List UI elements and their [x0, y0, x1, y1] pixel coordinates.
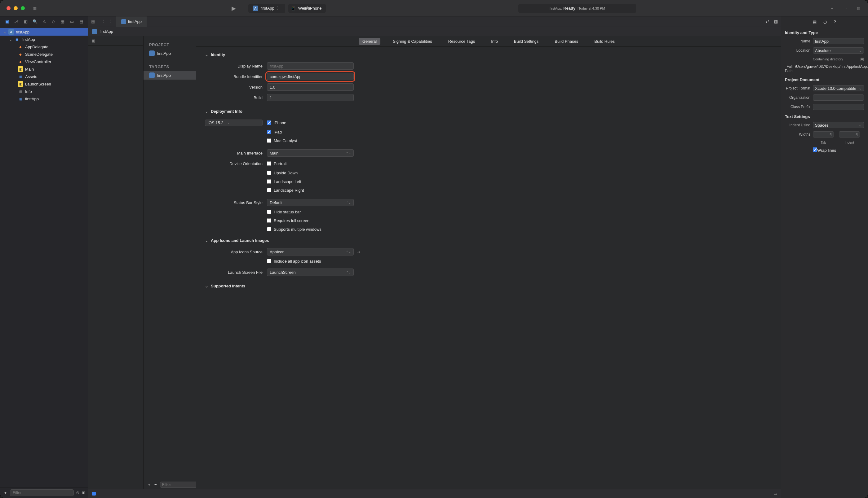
device-selector[interactable]: 📱 Wei的iPhone — [288, 4, 326, 13]
file-launchscreen[interactable]: ◧LaunchScreen — [0, 80, 88, 88]
disclosure-icon[interactable]: ⌄ — [205, 284, 208, 288]
project-format-select[interactable]: Xcode 13.0-compatible — [813, 85, 864, 91]
reveal-icon[interactable]: ▣ — [860, 57, 864, 61]
indent-width-stepper[interactable]: 4 — [839, 131, 860, 137]
tab-signing[interactable]: Signing & Capabilities — [389, 38, 436, 45]
tab-build-settings[interactable]: Build Settings — [510, 38, 542, 45]
related-items-icon[interactable]: ▦ — [88, 19, 98, 24]
main-interface-select[interactable]: Main — [267, 149, 354, 157]
file-scenedelegate[interactable]: ◆SceneDelegate — [0, 51, 88, 58]
outline-icon[interactable]: ▣ — [82, 490, 85, 495]
disclosure-icon[interactable]: ⌄ — [9, 37, 12, 42]
name-field[interactable]: firstApp — [813, 38, 864, 44]
organization-field[interactable] — [813, 94, 864, 101]
display-name-input[interactable]: firstApp — [267, 62, 354, 70]
version-input[interactable]: 1.0 — [267, 83, 354, 91]
main-interface-label: Main Interface — [205, 151, 267, 156]
scheme-selector[interactable]: A firstApp 〉 — [248, 4, 285, 13]
toggle-navigator-icon[interactable]: ▥ — [30, 4, 39, 13]
ipad-checkbox[interactable] — [267, 130, 271, 134]
back-button[interactable]: 〈 — [98, 19, 107, 25]
navigate-icon[interactable]: ➜ — [357, 250, 360, 254]
tab-info[interactable]: Info — [487, 38, 501, 45]
outline-toggle[interactable]: ▣ — [88, 36, 143, 45]
entitlements-icon: ▦ — [18, 96, 23, 102]
active-tab[interactable]: firstApp — [116, 16, 146, 27]
tab-resource-tags[interactable]: Resource Tags — [445, 38, 478, 45]
debug-icon[interactable]: ▦ — [60, 19, 65, 24]
assistant-icon[interactable]: ⇄ — [766, 19, 769, 24]
landscape-left-checkbox[interactable] — [267, 179, 271, 184]
file-appdelegate[interactable]: ◆AppDelegate — [0, 43, 88, 51]
minimize-window-button[interactable] — [14, 6, 18, 10]
display-name-label: Display Name — [205, 64, 267, 68]
file-assets[interactable]: ▦Assets — [0, 73, 88, 80]
breakpoint-icon[interactable]: ▭ — [69, 19, 74, 24]
folder-icon[interactable]: ▣ — [5, 19, 10, 24]
full-screen-checkbox[interactable] — [267, 218, 271, 223]
app-icons-source-select[interactable]: AppIcon — [267, 248, 354, 255]
symbol-icon[interactable]: ◧ — [23, 19, 28, 24]
toggle-debug-area-icon[interactable]: ▭ — [774, 491, 777, 496]
report-icon[interactable]: ▤ — [79, 19, 84, 24]
adjust-editor-icon[interactable]: ▥ — [774, 19, 778, 24]
wrap-lines-checkbox[interactable] — [813, 147, 817, 152]
add-button[interactable]: ＋ — [829, 5, 836, 12]
tab-build-phases[interactable]: Build Phases — [551, 38, 582, 45]
status-bar-select[interactable]: Default — [267, 199, 354, 206]
multi-windows-checkbox[interactable] — [267, 227, 271, 231]
launch-screen-select[interactable]: LaunchScreen — [267, 268, 354, 276]
iphone-checkbox[interactable] — [267, 120, 271, 125]
portrait-checkbox[interactable] — [267, 161, 271, 166]
history-inspector-icon[interactable]: ◷ — [824, 19, 827, 24]
ios-version-dropdown[interactable]: iOS 15.2 — [205, 120, 263, 126]
clock-icon[interactable]: ◷ — [76, 490, 79, 495]
mac-checkbox[interactable] — [267, 139, 271, 143]
add-target-button[interactable]: ＋ — [147, 482, 151, 487]
close-window-button[interactable] — [7, 6, 11, 10]
disclosure-icon[interactable]: ⌄ — [205, 109, 208, 114]
filter-input[interactable] — [10, 489, 74, 496]
remove-target-button[interactable]: − — [154, 482, 157, 487]
file-viewcontroller[interactable]: ◆ViewController — [0, 58, 88, 65]
file-label: SceneDelegate — [25, 52, 53, 57]
file-inspector-icon[interactable]: ▤ — [813, 19, 817, 24]
indent-using-select[interactable]: Spaces — [813, 122, 864, 128]
disclosure-icon[interactable]: ⌄ — [205, 238, 208, 243]
add-file-button[interactable]: ＋ — [3, 490, 8, 496]
debug-bar: ▭ — [88, 489, 781, 498]
tab-build-rules[interactable]: Build Rules — [590, 38, 618, 45]
zoom-window-button[interactable] — [21, 6, 25, 10]
test-icon[interactable]: ◇ — [51, 19, 56, 24]
disclosure-icon[interactable]: ⌄ — [3, 30, 7, 35]
class-prefix-field[interactable] — [813, 104, 864, 110]
folder-row[interactable]: ⌄ ▣ firstApp — [0, 36, 88, 43]
build-input[interactable]: 1 — [267, 94, 354, 101]
run-button[interactable]: ▶ — [232, 5, 236, 12]
target-item[interactable]: firstApp — [143, 71, 196, 80]
hide-status-checkbox[interactable] — [267, 210, 271, 214]
forward-button[interactable]: 〉 — [107, 19, 116, 25]
file-main[interactable]: ◧Main — [0, 65, 88, 73]
toggle-inspector-icon[interactable]: ▥ — [855, 5, 862, 12]
file-info[interactable]: ▤Info — [0, 88, 88, 95]
jump-bar[interactable]: firstApp — [88, 27, 781, 36]
project-root[interactable]: ⌄ A firstApp — [0, 28, 88, 36]
tab-general[interactable]: General — [359, 38, 380, 45]
issue-icon[interactable]: ⚠ — [42, 19, 47, 24]
project-item[interactable]: firstApp — [143, 49, 196, 57]
folder-label: firstApp — [21, 37, 35, 42]
breakpoints-icon[interactable] — [92, 492, 96, 496]
file-entitlements[interactable]: ▦firstApp — [0, 95, 88, 103]
include-all-icons-checkbox[interactable] — [267, 259, 271, 263]
find-icon[interactable]: 🔍 — [33, 19, 38, 24]
tab-width-stepper[interactable]: 4 — [813, 131, 834, 137]
source-control-icon[interactable]: ⎇ — [14, 19, 19, 24]
help-inspector-icon[interactable]: ? — [833, 19, 836, 24]
disclosure-icon[interactable]: ⌄ — [205, 52, 208, 57]
landscape-right-checkbox[interactable] — [267, 188, 271, 192]
library-icon[interactable]: ▭ — [842, 5, 849, 12]
bundle-id-input[interactable]: com.zgwr.firstApp — [267, 73, 354, 80]
location-select[interactable]: Absolute — [813, 48, 864, 54]
upside-down-checkbox[interactable] — [267, 171, 271, 175]
